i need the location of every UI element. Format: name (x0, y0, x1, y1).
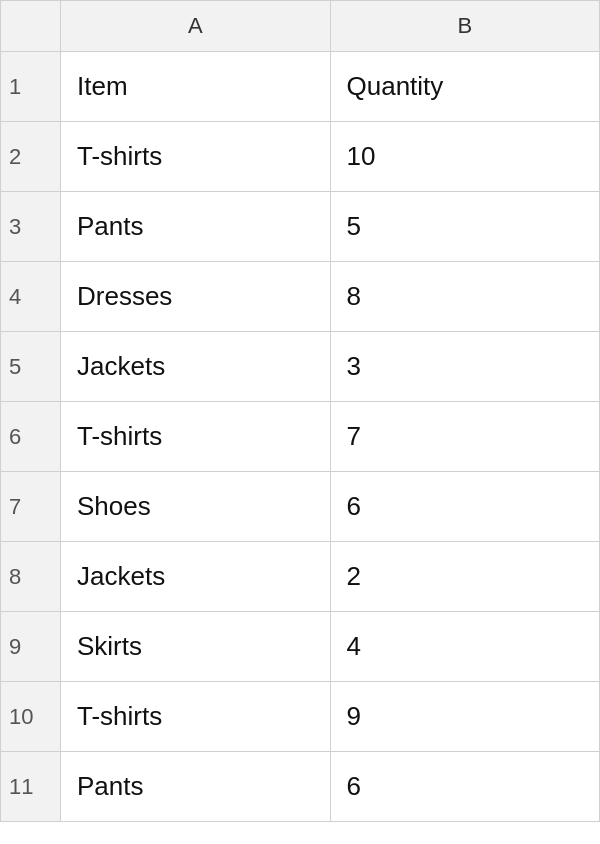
cell-item[interactable]: Skirts (61, 612, 331, 682)
row-number: 5 (1, 332, 61, 402)
cell-quantity[interactable]: 6 (330, 752, 600, 822)
cell-item[interactable]: Jackets (61, 542, 331, 612)
row-number: 1 (1, 52, 61, 122)
table-row[interactable]: 4Dresses8 (1, 262, 600, 332)
table-row[interactable]: 8Jackets2 (1, 542, 600, 612)
column-header-a[interactable]: A (61, 1, 331, 52)
row-number: 3 (1, 192, 61, 262)
row-number: 6 (1, 402, 61, 472)
row-number: 11 (1, 752, 61, 822)
table-row[interactable]: 11Pants6 (1, 752, 600, 822)
table-row[interactable]: 5Jackets3 (1, 332, 600, 402)
cell-item[interactable]: Shoes (61, 472, 331, 542)
table-row[interactable]: 7Shoes6 (1, 472, 600, 542)
column-header-row: A B (1, 1, 600, 52)
cell-item[interactable]: Pants (61, 752, 331, 822)
table-row[interactable]: 10T-shirts9 (1, 682, 600, 752)
table-row[interactable]: 3Pants5 (1, 192, 600, 262)
cell-item[interactable]: Item (61, 52, 331, 122)
cell-quantity[interactable]: 7 (330, 402, 600, 472)
table-row[interactable]: 1ItemQuantity (1, 52, 600, 122)
cell-quantity[interactable]: 10 (330, 122, 600, 192)
cell-quantity[interactable]: 6 (330, 472, 600, 542)
row-number: 10 (1, 682, 61, 752)
row-number: 2 (1, 122, 61, 192)
cell-item[interactable]: Pants (61, 192, 331, 262)
table-row[interactable]: 9Skirts4 (1, 612, 600, 682)
cell-quantity[interactable]: 9 (330, 682, 600, 752)
table-row[interactable]: 2T-shirts10 (1, 122, 600, 192)
table-row[interactable]: 6T-shirts7 (1, 402, 600, 472)
cell-quantity[interactable]: Quantity (330, 52, 600, 122)
cell-quantity[interactable]: 4 (330, 612, 600, 682)
cell-quantity[interactable]: 8 (330, 262, 600, 332)
row-number: 4 (1, 262, 61, 332)
corner-cell (1, 1, 61, 52)
cell-item[interactable]: T-shirts (61, 682, 331, 752)
cell-item[interactable]: Dresses (61, 262, 331, 332)
row-number: 7 (1, 472, 61, 542)
column-header-b[interactable]: B (330, 1, 600, 52)
cell-item[interactable]: Jackets (61, 332, 331, 402)
row-number: 8 (1, 542, 61, 612)
spreadsheet-body: 1ItemQuantity2T-shirts103Pants54Dresses8… (1, 52, 600, 822)
cell-quantity[interactable]: 3 (330, 332, 600, 402)
cell-quantity[interactable]: 5 (330, 192, 600, 262)
cell-quantity[interactable]: 2 (330, 542, 600, 612)
cell-item[interactable]: T-shirts (61, 122, 331, 192)
cell-item[interactable]: T-shirts (61, 402, 331, 472)
spreadsheet-table: A B 1ItemQuantity2T-shirts103Pants54Dres… (0, 0, 600, 822)
row-number: 9 (1, 612, 61, 682)
